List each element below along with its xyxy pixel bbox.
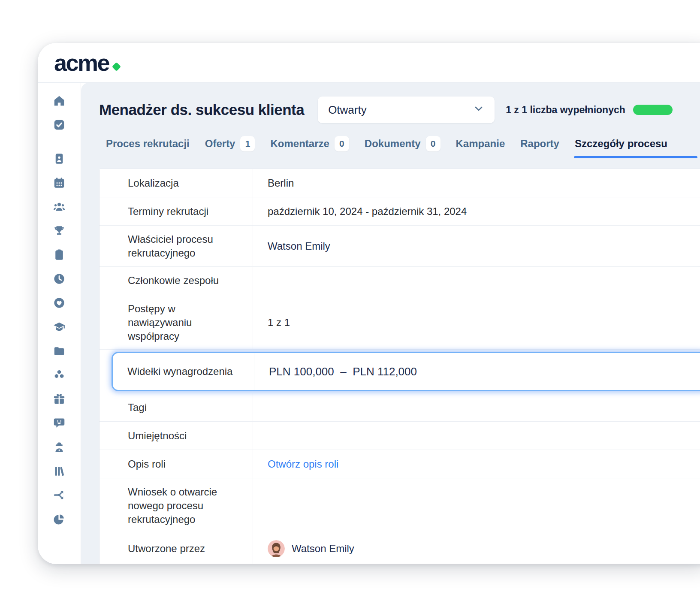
page-title: Menadżer ds. sukcesu klienta xyxy=(99,101,304,118)
field-value[interactable] xyxy=(253,393,700,421)
chat-smiley-icon[interactable] xyxy=(52,416,66,430)
agent-icon[interactable] xyxy=(52,440,66,454)
pie-chart-icon[interactable] xyxy=(52,512,66,526)
row-gutter xyxy=(100,226,113,267)
field-label: Właściciel procesu rekrutacyjnego xyxy=(113,226,253,267)
tab-count-badge: 0 xyxy=(335,136,349,151)
tab-label: Oferty xyxy=(205,138,235,150)
detail-row-lokalizacja[interactable]: LokalizacjaBerlin xyxy=(100,169,700,197)
user-name: Watson Emily xyxy=(292,543,354,555)
detail-row-utworzone-przez[interactable]: Utworzone przezWatson Emily xyxy=(100,533,700,564)
heart-icon[interactable] xyxy=(52,296,66,310)
field-label: Terminy rekrutacji xyxy=(113,197,253,225)
detail-row-opis-roli[interactable]: Opis roliOtwórz opis roli xyxy=(100,450,700,478)
detail-row-wniosek-o-otwarcie-nowego-procesu-rekrutacyjnego[interactable]: Wniosek o otwarcie nowego procesu rekrut… xyxy=(100,478,700,533)
status-dropdown[interactable]: Otwarty xyxy=(318,97,495,123)
clipboard-icon[interactable] xyxy=(52,248,66,262)
tab-dokumenty[interactable]: Dokumenty0 xyxy=(365,136,441,151)
field-value[interactable]: Watson Emily xyxy=(253,533,700,564)
tab-label: Szczegóły procesu xyxy=(575,138,667,150)
app-window: acme Menadżer ds. sukcesu klienta Otwart… xyxy=(38,43,700,564)
completion-progress-bar xyxy=(633,105,673,115)
id-badge-icon[interactable] xyxy=(52,152,66,166)
brand-logo-dot-icon xyxy=(112,62,121,71)
clock-icon[interactable] xyxy=(52,272,66,286)
user-avatar xyxy=(268,540,285,557)
field-value[interactable] xyxy=(253,422,700,450)
field-value[interactable]: PLN 100,000 – PLN 112,000 xyxy=(254,353,700,390)
tabs-bar: Proces rekrutacjiOferty1Komentarze0Dokum… xyxy=(106,136,700,151)
status-dropdown-value: Otwarty xyxy=(328,103,367,117)
completion-text: 1 z 1 liczba wypełnionych xyxy=(506,104,625,116)
library-icon[interactable] xyxy=(52,464,66,478)
field-value[interactable]: Berlin xyxy=(253,169,700,197)
share-icon[interactable] xyxy=(52,488,66,502)
row-gutter xyxy=(100,267,113,295)
tab-label: Kampanie xyxy=(456,138,505,150)
tab-label: Komentarze xyxy=(270,138,329,150)
tab-count-badge: 0 xyxy=(426,136,441,151)
completion-status: 1 z 1 liczba wypełnionych xyxy=(506,104,673,116)
home-icon[interactable] xyxy=(52,94,66,108)
field-label: Umiejętności xyxy=(113,422,253,450)
field-label: Opis roli xyxy=(113,450,253,478)
field-value: Otwórz opis roli xyxy=(253,450,700,478)
tasks-icon[interactable] xyxy=(52,118,66,132)
field-value[interactable]: Watson Emily xyxy=(253,226,700,267)
field-label: Członkowie zespołu xyxy=(113,267,253,295)
gift-icon[interactable] xyxy=(52,392,66,406)
chevron-down-icon xyxy=(473,103,484,117)
calendar-icon[interactable] xyxy=(52,176,66,190)
detail-row-umieje-tnosci[interactable]: Umiejętności xyxy=(100,422,700,450)
row-gutter xyxy=(100,422,113,450)
tab-kampanie[interactable]: Kampanie xyxy=(456,138,505,150)
tab-label: Raporty xyxy=(520,138,559,150)
tab-label: Proces rekrutacji xyxy=(106,138,190,150)
window-body: Menadżer ds. sukcesu klienta Otwarty 1 z… xyxy=(38,83,700,564)
field-value[interactable]: październik 10, 2024 - październik 31, 2… xyxy=(253,197,700,225)
field-label: Utworzone przez xyxy=(113,533,253,564)
row-gutter xyxy=(100,169,113,197)
details-table: LokalizacjaBerlinTerminy rekrutacjipaźdz… xyxy=(99,169,700,564)
tab-label: Dokumenty xyxy=(365,138,421,150)
team-icon[interactable] xyxy=(52,200,66,214)
tab-oferty[interactable]: Oferty1 xyxy=(205,136,255,151)
field-value[interactable] xyxy=(253,478,700,533)
main-content: Menadżer ds. sukcesu klienta Otwarty 1 z… xyxy=(81,83,700,564)
row-gutter xyxy=(100,478,113,533)
sidebar-divider xyxy=(38,144,81,144)
brand-logo[interactable]: acme xyxy=(54,49,120,76)
field-value[interactable]: 1 z 1 xyxy=(253,295,700,350)
row-gutter xyxy=(100,450,113,478)
graduation-cap-icon[interactable] xyxy=(52,320,66,334)
detail-row-widelki-wynagrodzenia[interactable]: Widełki wynagrodzeniaPLN 100,000 – PLN 1… xyxy=(112,352,700,391)
detail-row-tagi[interactable]: Tagi xyxy=(100,393,700,422)
field-label: Wniosek o otwarcie nowego procesu rekrut… xyxy=(113,478,253,533)
row-gutter xyxy=(100,295,113,350)
row-gutter xyxy=(100,533,113,564)
field-label: Lokalizacja xyxy=(113,169,253,197)
top-bar: acme xyxy=(38,43,700,83)
brand-logo-text: acme xyxy=(54,49,109,76)
field-label: Widełki wynagrodzenia xyxy=(113,353,254,390)
field-label: Tagi xyxy=(113,393,253,421)
cubes-icon[interactable] xyxy=(52,368,66,382)
tab-szczegoly-procesu[interactable]: Szczegóły procesu xyxy=(575,138,667,150)
detail-row-wlasciciel-procesu-rekrutacyjnego[interactable]: Właściciel procesu rekrutacyjnegoWatson … xyxy=(100,226,700,267)
row-gutter xyxy=(100,393,113,421)
field-value[interactable] xyxy=(253,267,700,295)
sidebar xyxy=(38,83,81,564)
open-role-description-link[interactable]: Otwórz opis roli xyxy=(268,458,338,470)
field-label: Postępy w nawiązywaniu współpracy xyxy=(113,295,253,350)
row-gutter xyxy=(100,197,113,225)
tab-proces-rekrutacji[interactable]: Proces rekrutacji xyxy=(106,138,190,150)
tab-count-badge: 1 xyxy=(240,136,255,151)
detail-row-terminy-rekrutacji[interactable]: Terminy rekrutacjipaździernik 10, 2024 -… xyxy=(100,197,700,226)
header-row: Menadżer ds. sukcesu klienta Otwarty 1 z… xyxy=(99,97,700,123)
folder-icon[interactable] xyxy=(52,344,66,358)
tab-komentarze[interactable]: Komentarze0 xyxy=(270,136,349,151)
trophy-icon[interactable] xyxy=(52,224,66,238)
detail-row-czlonkowie-zespolu[interactable]: Członkowie zespołu xyxy=(100,267,700,295)
tab-raporty[interactable]: Raporty xyxy=(520,138,559,150)
detail-row-poste-py-w-nawia-zywaniu-wspolpracy[interactable]: Postępy w nawiązywaniu współpracy1 z 1 xyxy=(100,295,700,350)
